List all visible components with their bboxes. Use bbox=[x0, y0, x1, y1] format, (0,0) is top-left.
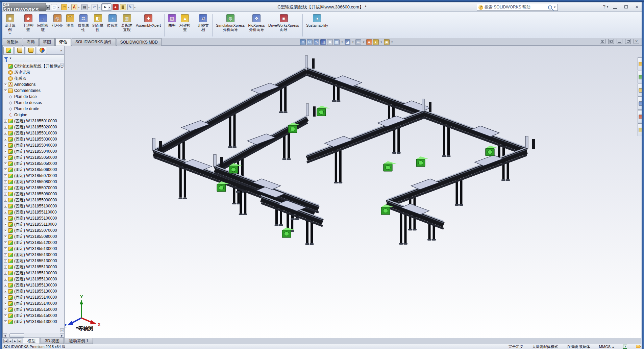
expand-icon[interactable]: + bbox=[4, 272, 7, 275]
apply-scene-icon[interactable]: ◐ bbox=[373, 39, 379, 45]
tree-item-19[interactable]: +(固定) W131855070000 bbox=[3, 185, 64, 191]
filter-icon[interactable] bbox=[4, 57, 8, 60]
tree-item-37[interactable]: +(固定) W131855140000 bbox=[3, 294, 64, 300]
display-style-icon[interactable]: ◪ bbox=[345, 39, 350, 45]
expand-icon[interactable]: + bbox=[4, 211, 7, 214]
pane-right-button[interactable] bbox=[608, 39, 614, 44]
search-icon[interactable] bbox=[548, 5, 552, 9]
expand-icon[interactable]: + bbox=[4, 138, 7, 141]
command-tab-solidworks-addins[interactable]: SOLIDWORKS 插件 bbox=[72, 38, 116, 46]
expand-icon[interactable]: + bbox=[4, 132, 7, 135]
select-cursor-dropdown-icon[interactable]: ▼ bbox=[108, 6, 111, 8]
tab-featuremanager[interactable] bbox=[3, 47, 14, 54]
status-help-icon[interactable]: ? bbox=[623, 345, 627, 349]
tab-displaymanager[interactable] bbox=[37, 47, 47, 54]
tree-item-22[interactable]: +(固定) W131855100000 bbox=[3, 203, 64, 209]
rebuild-button[interactable]: ● bbox=[112, 3, 119, 11]
section-properties-button[interactable]: ◧剖面属 性 bbox=[91, 13, 105, 38]
tab-configurationmanager[interactable] bbox=[26, 47, 36, 54]
file-properties-button[interactable]: ≣ bbox=[120, 3, 126, 11]
tree-item-27[interactable]: +(固定) W131855080000 bbox=[3, 233, 64, 240]
expand-icon[interactable]: + bbox=[4, 199, 7, 202]
hide-show-items-dropdown-icon[interactable]: ▼ bbox=[363, 41, 365, 43]
tree-item-33[interactable]: +(固定) W131855130000 bbox=[3, 270, 64, 276]
tree-item-25[interactable]: +(固定) W131855110000 bbox=[3, 221, 64, 227]
expand-icon[interactable]: + bbox=[4, 241, 7, 244]
expand-icon[interactable]: + bbox=[4, 223, 7, 226]
interference-check-button[interactable]: ◆干涉检 查 bbox=[21, 13, 35, 38]
options-button[interactable]: ✎▼ bbox=[127, 3, 137, 11]
tree-item-24[interactable]: +(固定) W131855100000 bbox=[3, 215, 64, 221]
3d-drawing-view-icon[interactable]: A bbox=[327, 39, 333, 45]
expand-icon[interactable]: + bbox=[4, 259, 7, 263]
hscroll-left-arrow[interactable]: ◀ bbox=[3, 333, 7, 338]
command-tab-evaluate[interactable]: 评估 bbox=[55, 38, 71, 46]
symmetry-check-button[interactable]: ▲对称检 查 bbox=[178, 13, 192, 38]
view-settings-dropdown-icon[interactable]: ▼ bbox=[391, 41, 393, 43]
tree-item-7[interactable]: ⤹Origine bbox=[3, 112, 64, 118]
hole-alignment-button[interactable]: ◎孔对齐 bbox=[50, 13, 65, 38]
status-units[interactable]: MMGS▲ bbox=[599, 345, 614, 349]
view-settings-icon[interactable]: ▣ bbox=[384, 39, 390, 45]
view-orientation-dropdown-icon[interactable]: ▼ bbox=[341, 41, 343, 43]
close-doc-button[interactable]: ✕ bbox=[634, 39, 639, 44]
zoom-to-fit-icon[interactable]: ⊕ bbox=[300, 39, 306, 45]
expand-icon[interactable]: + bbox=[4, 253, 7, 256]
minimize-doc-button[interactable] bbox=[617, 39, 622, 44]
print-dropdown-icon[interactable]: ▼ bbox=[88, 6, 90, 8]
edit-appearance-icon[interactable]: ● bbox=[366, 39, 372, 45]
expand-icon[interactable]: + bbox=[4, 247, 7, 250]
expand-icon[interactable]: + bbox=[4, 174, 7, 177]
expand-icon[interactable]: + bbox=[4, 89, 7, 92]
expand-icon[interactable]: + bbox=[4, 156, 7, 159]
tree-item-13[interactable]: +(固定) W131855040000 bbox=[3, 148, 64, 154]
bottom-tab-motion-study-1[interactable]: 运动算例 1 bbox=[65, 338, 93, 344]
tree-item-6[interactable]: ◇Plan de droite bbox=[3, 106, 64, 112]
nav-first-icon[interactable]: |◀ bbox=[3, 339, 8, 343]
section-view-icon[interactable]: ◫ bbox=[320, 39, 326, 45]
tree-item-12[interactable]: +(固定) W131855040000 bbox=[3, 142, 64, 148]
tree-scroll-up[interactable]: ▲ bbox=[60, 64, 64, 67]
expand-icon[interactable]: + bbox=[4, 144, 7, 147]
nav-prev-icon[interactable]: ◀ bbox=[8, 339, 13, 343]
close-button[interactable]: ✕ bbox=[633, 4, 641, 10]
view-orientation-icon[interactable]: ▦ bbox=[334, 39, 340, 45]
print-button[interactable]: ▤▼ bbox=[81, 3, 91, 11]
tree-item-18[interactable]: +(固定) W131855080000 bbox=[3, 179, 64, 185]
expand-icon[interactable]: + bbox=[4, 229, 7, 232]
expand-icon[interactable]: + bbox=[4, 320, 7, 323]
search-dropdown-icon[interactable]: ▼ bbox=[553, 6, 556, 9]
floxpress-button[interactable]: ❖FloXpress 分析向导 bbox=[247, 13, 267, 38]
expand-icon[interactable]: + bbox=[4, 302, 7, 305]
simulationxpress-button[interactable]: ◍SimulationXpress 分析向导 bbox=[214, 13, 247, 38]
tree-item-31[interactable]: +(固定) W131855130000 bbox=[3, 258, 64, 264]
apply-scene-dropdown-icon[interactable]: ▼ bbox=[380, 41, 382, 43]
tree-item-1[interactable]: 传感器 bbox=[3, 75, 64, 81]
expand-icon[interactable]: + bbox=[4, 83, 7, 86]
tree-item-29[interactable]: +(固定) W131855130000 bbox=[3, 246, 64, 252]
tree-item-40[interactable]: +(固定) W131855150000 bbox=[3, 313, 64, 319]
restore-doc-button[interactable] bbox=[625, 39, 631, 44]
command-tab-solidworks-mbd[interactable]: SOLIDWORKS MBD bbox=[117, 38, 162, 46]
expand-icon[interactable]: + bbox=[4, 266, 7, 269]
command-tab-layout[interactable]: 布局 bbox=[23, 38, 39, 46]
expand-icon[interactable]: + bbox=[4, 284, 7, 287]
tree-item-3[interactable]: +Commentaires bbox=[3, 88, 64, 94]
help-button[interactable]: ?▼ bbox=[603, 4, 609, 9]
bottom-tab-3d-views[interactable]: 3D 视图 bbox=[41, 338, 64, 344]
search-box[interactable]: ? 搜索 SOLIDWORKS 帮助 ▼ bbox=[477, 4, 558, 11]
status-tag-icon[interactable] bbox=[636, 345, 641, 348]
tree-root-assembly[interactable]: C型输送装配线【开拔网www bbox=[3, 63, 64, 69]
tree-item-0[interactable]: 历史记录 bbox=[3, 69, 64, 75]
design-study-button[interactable]: ◉设计算 例▼ bbox=[3, 13, 17, 38]
expand-icon[interactable]: + bbox=[4, 120, 7, 123]
tree-item-14[interactable]: +(固定) W131855050000 bbox=[3, 154, 64, 160]
nav-last-icon[interactable]: ▶| bbox=[18, 339, 22, 343]
tree-item-16[interactable]: +(固定) W131855060000 bbox=[3, 167, 64, 173]
search-input[interactable]: 搜索 SOLIDWORKS 帮助 bbox=[485, 4, 547, 10]
new-document-dropdown-icon[interactable]: ▼ bbox=[57, 6, 60, 8]
tree-item-36[interactable]: +(固定) W131855130000 bbox=[3, 288, 64, 294]
expand-icon[interactable]: + bbox=[4, 126, 7, 129]
bottom-tab-model[interactable]: 模型 bbox=[23, 338, 40, 344]
options-dropdown-icon[interactable]: ▼ bbox=[134, 6, 136, 8]
